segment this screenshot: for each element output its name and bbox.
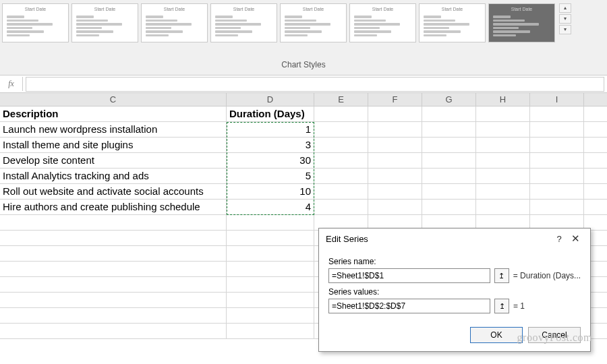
table-row[interactable]: Roll out website and activate social acc… — [0, 184, 607, 200]
col-header-f[interactable]: F — [368, 93, 422, 106]
cell-duration[interactable]: 10 — [227, 184, 314, 199]
ribbon-section-label: Chart Styles — [2, 42, 605, 69]
chart-style-thumb[interactable]: Start Date — [141, 3, 208, 42]
gallery-scroll-up[interactable]: ▴ — [559, 3, 571, 13]
cell-description[interactable]: Roll out website and activate social acc… — [0, 184, 227, 199]
dialog-titlebar[interactable]: Edit Series ? ✕ — [319, 229, 590, 249]
close-icon[interactable]: ✕ — [567, 233, 583, 245]
edit-series-dialog: Edit Series ? ✕ Series name: ↥ = Duratio… — [318, 228, 591, 352]
col-header-c[interactable]: C — [0, 93, 227, 106]
cell-duration[interactable]: 3 — [227, 138, 314, 152]
dialog-body: Series name: ↥ = Duration (Days... Serie… — [319, 249, 590, 322]
chart-style-thumb[interactable]: Start Date — [2, 3, 69, 42]
series-name-label: Series name: — [328, 257, 581, 266]
series-name-input[interactable] — [328, 268, 490, 283]
cell-duration[interactable]: 5 — [227, 169, 314, 183]
series-values-result: = 1 — [513, 301, 525, 311]
cell-description[interactable]: Hire authors and create publishing sched… — [0, 200, 227, 214]
chart-styles-ribbon: Start DateStart DateStart DateStart Date… — [0, 0, 607, 75]
cell-description[interactable]: Install Analytics tracking and ads — [0, 169, 227, 183]
table-row[interactable]: Hire authors and create publishing sched… — [0, 200, 607, 215]
range-picker-icon[interactable]: ↥ — [494, 299, 509, 313]
col-header-d[interactable]: D — [227, 93, 314, 106]
range-picker-icon[interactable]: ↥ — [494, 268, 509, 283]
gallery-scroll-down[interactable]: ▾ — [559, 14, 571, 24]
formula-bar: fx — [0, 75, 607, 93]
gallery-scroll-buttons: ▴ ▾ ▾ — [559, 3, 571, 36]
chart-style-thumb[interactable]: Start Date — [488, 3, 555, 42]
cell-duration[interactable]: 1 — [227, 122, 314, 137]
header-duration[interactable]: Duration (Days) — [227, 107, 314, 121]
table-row[interactable]: Install theme and site plugins3 — [0, 138, 607, 153]
dialog-title: Edit Series — [326, 234, 551, 244]
series-values-label: Series values: — [328, 287, 581, 297]
cell-description[interactable]: Develop site content — [0, 153, 227, 168]
chart-style-thumb[interactable]: Start Date — [210, 3, 277, 42]
series-name-result: = Duration (Days... — [513, 271, 581, 280]
chart-style-thumb[interactable]: Start Date — [71, 3, 138, 42]
series-values-input[interactable] — [328, 299, 490, 313]
col-header-e[interactable]: E — [314, 93, 368, 106]
table-row[interactable]: Launch new wordpress installation1 — [0, 122, 607, 138]
gallery-more[interactable]: ▾ — [559, 25, 571, 34]
cell-description[interactable]: Launch new wordpress installation — [0, 122, 227, 137]
chart-style-thumb[interactable]: Start Date — [280, 3, 347, 42]
table-row[interactable]: Install Analytics tracking and ads5 — [0, 169, 607, 184]
cancel-button[interactable]: Cancel — [528, 327, 581, 343]
dialog-buttons: OK Cancel — [319, 322, 590, 351]
col-header-h[interactable]: H — [476, 93, 530, 106]
header-description[interactable]: Description — [0, 107, 227, 121]
cell-duration[interactable]: 30 — [227, 153, 314, 168]
col-header-g[interactable]: G — [422, 93, 476, 106]
chart-style-thumb[interactable]: Start Date — [349, 3, 416, 42]
chart-style-gallery: Start DateStart DateStart DateStart Date… — [2, 3, 605, 42]
chart-style-thumb[interactable]: Start Date — [419, 3, 486, 42]
help-icon[interactable]: ? — [551, 234, 567, 244]
formula-input[interactable] — [26, 77, 604, 92]
ok-button[interactable]: OK — [470, 327, 523, 343]
cell-description[interactable]: Install theme and site plugins — [0, 138, 227, 152]
fx-label[interactable]: fx — [0, 77, 23, 91]
col-header-i[interactable]: I — [530, 93, 584, 106]
column-headers: C D E F G H I — [0, 93, 607, 107]
table-row[interactable]: Develop site content30 — [0, 153, 607, 169]
table-row[interactable]: Description Duration (Days) — [0, 107, 607, 122]
cell-duration[interactable]: 4 — [227, 200, 314, 214]
